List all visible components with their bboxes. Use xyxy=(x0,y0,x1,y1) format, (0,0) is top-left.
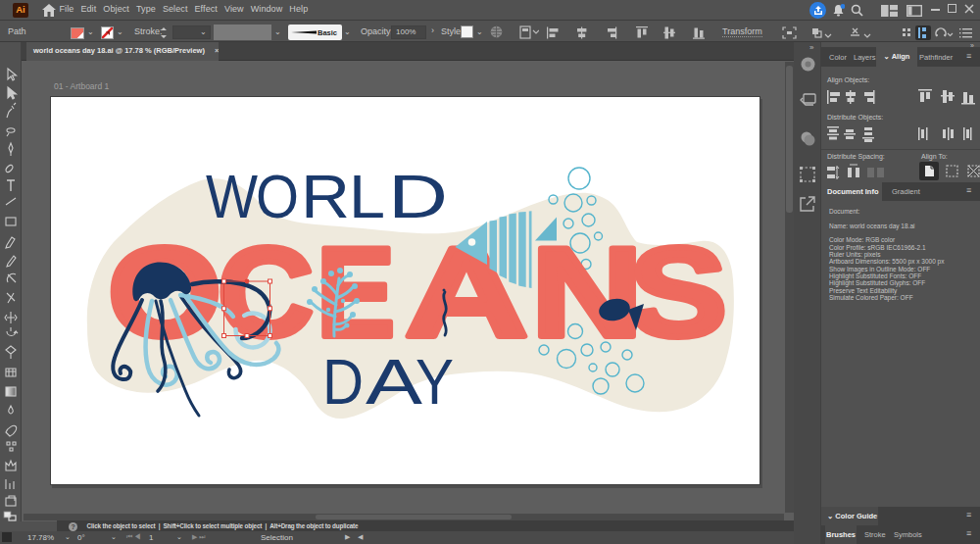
svg-text:A: A xyxy=(366,347,422,418)
svg-text:S: S xyxy=(629,221,727,364)
svg-text:D: D xyxy=(322,347,364,418)
svg-text:Y: Y xyxy=(416,347,454,418)
svg-text:E: E xyxy=(317,221,395,364)
svg-text:N: N xyxy=(531,221,643,364)
